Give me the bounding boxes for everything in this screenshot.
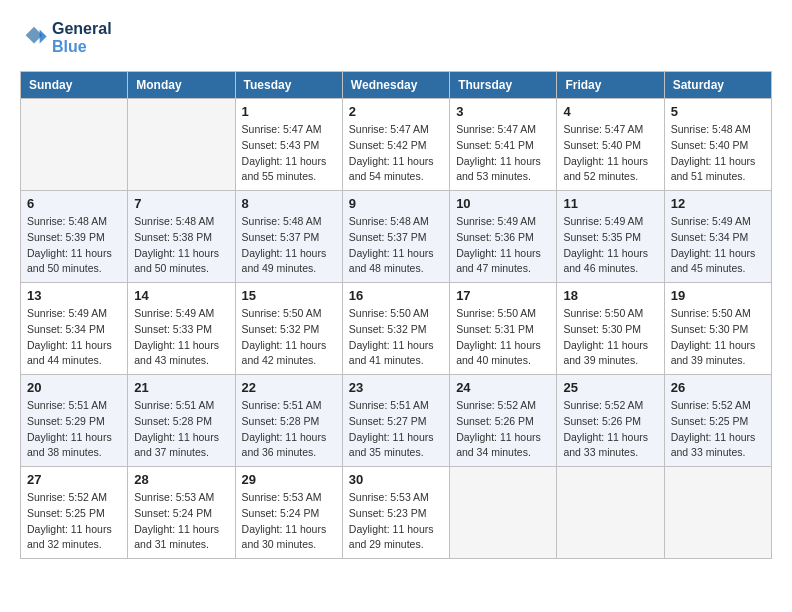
calendar-cell: 20Sunrise: 5:51 AMSunset: 5:29 PMDayligh…: [21, 375, 128, 467]
weekday-header-saturday: Saturday: [664, 72, 771, 99]
calendar-week-row: 20Sunrise: 5:51 AMSunset: 5:29 PMDayligh…: [21, 375, 772, 467]
day-number: 15: [242, 288, 336, 303]
calendar-week-row: 27Sunrise: 5:52 AMSunset: 5:25 PMDayligh…: [21, 467, 772, 559]
calendar-cell: 24Sunrise: 5:52 AMSunset: 5:26 PMDayligh…: [450, 375, 557, 467]
day-info: Sunrise: 5:52 AMSunset: 5:25 PMDaylight:…: [27, 490, 121, 553]
calendar-cell: 5Sunrise: 5:48 AMSunset: 5:40 PMDaylight…: [664, 99, 771, 191]
day-number: 3: [456, 104, 550, 119]
calendar-cell: 27Sunrise: 5:52 AMSunset: 5:25 PMDayligh…: [21, 467, 128, 559]
calendar-cell: 8Sunrise: 5:48 AMSunset: 5:37 PMDaylight…: [235, 191, 342, 283]
logo-text: General Blue: [52, 20, 112, 55]
day-number: 23: [349, 380, 443, 395]
day-number: 13: [27, 288, 121, 303]
calendar-cell: 1Sunrise: 5:47 AMSunset: 5:43 PMDaylight…: [235, 99, 342, 191]
calendar-cell: 4Sunrise: 5:47 AMSunset: 5:40 PMDaylight…: [557, 99, 664, 191]
day-number: 27: [27, 472, 121, 487]
day-number: 8: [242, 196, 336, 211]
day-number: 16: [349, 288, 443, 303]
calendar-cell: 10Sunrise: 5:49 AMSunset: 5:36 PMDayligh…: [450, 191, 557, 283]
day-number: 30: [349, 472, 443, 487]
day-info: Sunrise: 5:49 AMSunset: 5:33 PMDaylight:…: [134, 306, 228, 369]
day-info: Sunrise: 5:49 AMSunset: 5:34 PMDaylight:…: [27, 306, 121, 369]
calendar-cell: [664, 467, 771, 559]
weekday-header-thursday: Thursday: [450, 72, 557, 99]
day-info: Sunrise: 5:49 AMSunset: 5:34 PMDaylight:…: [671, 214, 765, 277]
day-info: Sunrise: 5:50 AMSunset: 5:32 PMDaylight:…: [349, 306, 443, 369]
calendar-cell: [450, 467, 557, 559]
day-number: 4: [563, 104, 657, 119]
day-number: 14: [134, 288, 228, 303]
day-number: 24: [456, 380, 550, 395]
calendar-cell: 2Sunrise: 5:47 AMSunset: 5:42 PMDaylight…: [342, 99, 449, 191]
logo-icon: [20, 24, 48, 52]
weekday-header-wednesday: Wednesday: [342, 72, 449, 99]
calendar-week-row: 13Sunrise: 5:49 AMSunset: 5:34 PMDayligh…: [21, 283, 772, 375]
day-number: 9: [349, 196, 443, 211]
logo: General Blue: [20, 20, 112, 55]
calendar-cell: 17Sunrise: 5:50 AMSunset: 5:31 PMDayligh…: [450, 283, 557, 375]
calendar-cell: 16Sunrise: 5:50 AMSunset: 5:32 PMDayligh…: [342, 283, 449, 375]
day-info: Sunrise: 5:49 AMSunset: 5:36 PMDaylight:…: [456, 214, 550, 277]
day-info: Sunrise: 5:47 AMSunset: 5:43 PMDaylight:…: [242, 122, 336, 185]
day-number: 20: [27, 380, 121, 395]
day-info: Sunrise: 5:52 AMSunset: 5:26 PMDaylight:…: [456, 398, 550, 461]
day-number: 28: [134, 472, 228, 487]
day-number: 18: [563, 288, 657, 303]
day-info: Sunrise: 5:51 AMSunset: 5:28 PMDaylight:…: [134, 398, 228, 461]
day-info: Sunrise: 5:48 AMSunset: 5:37 PMDaylight:…: [349, 214, 443, 277]
day-info: Sunrise: 5:48 AMSunset: 5:38 PMDaylight:…: [134, 214, 228, 277]
day-number: 10: [456, 196, 550, 211]
calendar-cell: [21, 99, 128, 191]
calendar-cell: 21Sunrise: 5:51 AMSunset: 5:28 PMDayligh…: [128, 375, 235, 467]
calendar-cell: 25Sunrise: 5:52 AMSunset: 5:26 PMDayligh…: [557, 375, 664, 467]
day-number: 6: [27, 196, 121, 211]
calendar-cell: [128, 99, 235, 191]
day-number: 12: [671, 196, 765, 211]
weekday-header-row: SundayMondayTuesdayWednesdayThursdayFrid…: [21, 72, 772, 99]
weekday-header-friday: Friday: [557, 72, 664, 99]
day-info: Sunrise: 5:47 AMSunset: 5:42 PMDaylight:…: [349, 122, 443, 185]
weekday-header-monday: Monday: [128, 72, 235, 99]
day-number: 1: [242, 104, 336, 119]
calendar-cell: 12Sunrise: 5:49 AMSunset: 5:34 PMDayligh…: [664, 191, 771, 283]
day-number: 5: [671, 104, 765, 119]
day-number: 26: [671, 380, 765, 395]
calendar-cell: 14Sunrise: 5:49 AMSunset: 5:33 PMDayligh…: [128, 283, 235, 375]
day-info: Sunrise: 5:48 AMSunset: 5:40 PMDaylight:…: [671, 122, 765, 185]
day-number: 2: [349, 104, 443, 119]
calendar-cell: 3Sunrise: 5:47 AMSunset: 5:41 PMDaylight…: [450, 99, 557, 191]
day-info: Sunrise: 5:48 AMSunset: 5:39 PMDaylight:…: [27, 214, 121, 277]
header: General Blue: [20, 20, 772, 55]
weekday-header-tuesday: Tuesday: [235, 72, 342, 99]
day-info: Sunrise: 5:49 AMSunset: 5:35 PMDaylight:…: [563, 214, 657, 277]
day-info: Sunrise: 5:51 AMSunset: 5:28 PMDaylight:…: [242, 398, 336, 461]
day-number: 29: [242, 472, 336, 487]
calendar-cell: 23Sunrise: 5:51 AMSunset: 5:27 PMDayligh…: [342, 375, 449, 467]
calendar-cell: 26Sunrise: 5:52 AMSunset: 5:25 PMDayligh…: [664, 375, 771, 467]
calendar-cell: 15Sunrise: 5:50 AMSunset: 5:32 PMDayligh…: [235, 283, 342, 375]
day-info: Sunrise: 5:48 AMSunset: 5:37 PMDaylight:…: [242, 214, 336, 277]
day-info: Sunrise: 5:51 AMSunset: 5:27 PMDaylight:…: [349, 398, 443, 461]
day-info: Sunrise: 5:50 AMSunset: 5:30 PMDaylight:…: [671, 306, 765, 369]
calendar-cell: 22Sunrise: 5:51 AMSunset: 5:28 PMDayligh…: [235, 375, 342, 467]
day-info: Sunrise: 5:53 AMSunset: 5:24 PMDaylight:…: [134, 490, 228, 553]
day-number: 22: [242, 380, 336, 395]
calendar-cell: 11Sunrise: 5:49 AMSunset: 5:35 PMDayligh…: [557, 191, 664, 283]
day-info: Sunrise: 5:53 AMSunset: 5:24 PMDaylight:…: [242, 490, 336, 553]
calendar-cell: 6Sunrise: 5:48 AMSunset: 5:39 PMDaylight…: [21, 191, 128, 283]
day-number: 7: [134, 196, 228, 211]
calendar-cell: 13Sunrise: 5:49 AMSunset: 5:34 PMDayligh…: [21, 283, 128, 375]
day-info: Sunrise: 5:52 AMSunset: 5:25 PMDaylight:…: [671, 398, 765, 461]
day-info: Sunrise: 5:51 AMSunset: 5:29 PMDaylight:…: [27, 398, 121, 461]
calendar-cell: [557, 467, 664, 559]
calendar-cell: 18Sunrise: 5:50 AMSunset: 5:30 PMDayligh…: [557, 283, 664, 375]
day-info: Sunrise: 5:47 AMSunset: 5:41 PMDaylight:…: [456, 122, 550, 185]
day-info: Sunrise: 5:50 AMSunset: 5:31 PMDaylight:…: [456, 306, 550, 369]
calendar-week-row: 6Sunrise: 5:48 AMSunset: 5:39 PMDaylight…: [21, 191, 772, 283]
day-info: Sunrise: 5:50 AMSunset: 5:32 PMDaylight:…: [242, 306, 336, 369]
calendar-cell: 29Sunrise: 5:53 AMSunset: 5:24 PMDayligh…: [235, 467, 342, 559]
day-number: 11: [563, 196, 657, 211]
day-info: Sunrise: 5:47 AMSunset: 5:40 PMDaylight:…: [563, 122, 657, 185]
day-number: 17: [456, 288, 550, 303]
day-info: Sunrise: 5:53 AMSunset: 5:23 PMDaylight:…: [349, 490, 443, 553]
